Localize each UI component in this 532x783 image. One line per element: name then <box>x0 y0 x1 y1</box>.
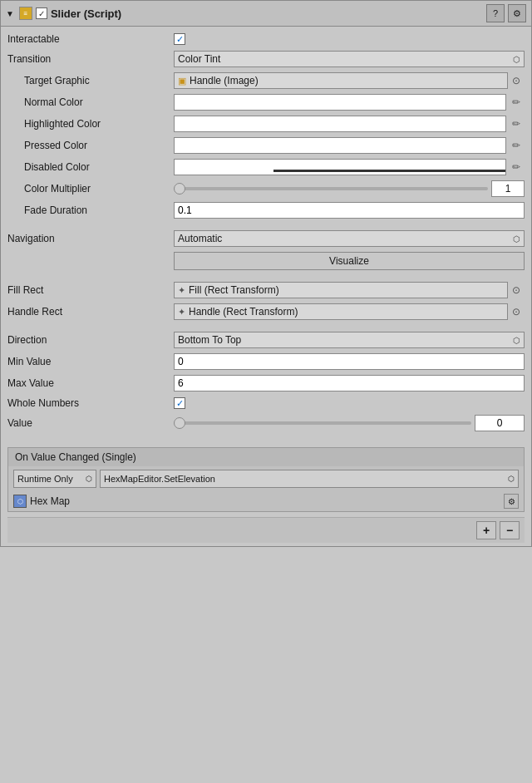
whole-numbers-checkbox[interactable]: ✓ <box>174 397 185 409</box>
transition-value: Color Tint ⬡ <box>174 51 525 67</box>
pressed-color-pencil[interactable]: ✏ <box>508 137 525 154</box>
fade-duration-label: Fade Duration <box>7 204 174 216</box>
navigation-dropdown-arrow: ⬡ <box>513 234 520 244</box>
visualize-button[interactable]: Visualize <box>174 252 525 270</box>
disabled-color-label: Disabled Color <box>7 161 174 173</box>
disabled-color-pencil[interactable]: ✏ <box>508 159 525 175</box>
panel-title: Slider (Script) <box>51 7 483 20</box>
pressed-color-row: Pressed Color ✏ <box>7 135 525 156</box>
fill-rect-dropdown[interactable]: ✦ Fill (Rect Transform) <box>174 282 508 298</box>
section-gap <box>7 434 525 442</box>
help-button[interactable]: ? <box>486 4 505 22</box>
handle-rect-row: Handle Rect ✦ Handle (Rect Transform) ⊙ <box>7 301 525 323</box>
max-value-row: Max Value <box>7 372 525 394</box>
handle-rect-dropdown[interactable]: ✦ Handle (Rect Transform) <box>174 303 508 320</box>
hex-map-icon: ⬡ <box>13 495 27 508</box>
hex-map-row: ⬡ Hex Map ⚙ <box>8 491 524 511</box>
fade-duration-row: Fade Duration <box>7 199 525 221</box>
collapse-arrow[interactable]: ▼ <box>6 9 14 18</box>
transition-dropdown-arrow: ⬡ <box>513 55 520 64</box>
direction-dropdown-arrow: ⬡ <box>513 336 520 345</box>
bottom-bar: + − <box>7 517 525 543</box>
events-header: On Value Changed (Single) <box>8 448 524 466</box>
disabled-color-swatch[interactable] <box>174 159 506 175</box>
handle-rect-gear[interactable]: ⊙ <box>508 303 525 320</box>
interactable-checkbox[interactable]: ✓ <box>174 33 185 45</box>
hex-map-gear[interactable]: ⚙ <box>504 494 519 509</box>
target-graphic-icon: ▣ <box>178 76 186 86</box>
handle-rect-label: Handle Rect <box>7 306 174 318</box>
target-graphic-gear[interactable]: ⊙ <box>508 72 525 89</box>
function-dropdown[interactable]: HexMapEditor.SetElevation ⬡ <box>100 470 519 488</box>
direction-row: Direction Bottom To Top ⬡ <box>7 329 525 351</box>
handle-rect-value: ✦ Handle (Rect Transform) ⊙ <box>174 303 525 320</box>
panel-header-icons: ? ⚙ <box>486 4 526 22</box>
color-multiplier-input[interactable]: 1 <box>491 180 525 197</box>
navigation-dropdown[interactable]: Automatic ⬡ <box>174 230 525 247</box>
color-multiplier-value: 1 <box>174 180 525 197</box>
slider-script-panel: ▼ ≡ ✓ Slider (Script) ? ⚙ Interactable ✓… <box>0 0 532 547</box>
color-multiplier-thumb[interactable] <box>174 183 185 195</box>
min-value-label: Min Value <box>7 356 174 367</box>
normal-color-pencil[interactable]: ✏ <box>508 94 525 111</box>
highlighted-color-swatch[interactable] <box>174 116 506 132</box>
events-section: On Value Changed (Single) Runtime Only ⬡… <box>7 447 525 512</box>
direction-dropdown[interactable]: Bottom To Top ⬡ <box>174 332 525 348</box>
transition-label: Transition <box>7 53 174 65</box>
remove-button[interactable]: − <box>500 521 520 539</box>
value-track[interactable] <box>174 421 471 425</box>
value-input[interactable] <box>475 415 525 431</box>
min-value-row: Min Value <box>7 351 525 372</box>
hex-map-label: Hex Map <box>30 495 500 507</box>
color-multiplier-slider-container: 1 <box>174 180 525 197</box>
pressed-color-value: ✏ <box>174 137 525 154</box>
highlighted-color-pencil[interactable]: ✏ <box>508 116 525 132</box>
color-multiplier-row: Color Multiplier 1 <box>7 178 525 199</box>
interactable-value: ✓ <box>174 33 525 45</box>
direction-value: Bottom To Top ⬡ <box>174 332 525 348</box>
max-value-label: Max Value <box>7 377 174 389</box>
visualize-row: Visualize <box>7 249 525 273</box>
navigation-value: Automatic ⬡ <box>174 230 525 247</box>
max-value-input[interactable] <box>174 375 525 392</box>
whole-numbers-label: Whole Numbers <box>7 397 174 409</box>
max-value-value <box>174 375 525 392</box>
enabled-checkbox[interactable]: ✓ <box>36 7 47 19</box>
handle-rect-icon: ✦ <box>178 307 185 318</box>
min-value-input[interactable] <box>174 353 525 370</box>
panel-header: ▼ ≡ ✓ Slider (Script) ? ⚙ <box>1 1 531 27</box>
target-graphic-value: ▣ Handle (Image) ⊙ <box>174 72 525 89</box>
object-icon: ≡ <box>19 7 32 20</box>
pressed-color-label: Pressed Color <box>7 140 174 151</box>
add-button[interactable]: + <box>476 521 496 539</box>
value-thumb[interactable] <box>174 417 185 429</box>
target-graphic-row: Target Graphic ▣ Handle (Image) ⊙ <box>7 70 525 91</box>
fade-duration-input[interactable] <box>174 202 525 219</box>
normal-color-swatch[interactable] <box>174 94 506 111</box>
runtime-dropdown-arrow: ⬡ <box>86 475 92 483</box>
highlighted-color-value: ✏ <box>174 116 525 132</box>
separator3 <box>7 323 525 329</box>
target-graphic-dropdown[interactable]: ▣ Handle (Image) <box>174 72 508 89</box>
settings-button[interactable]: ⚙ <box>508 4 526 22</box>
fill-rect-gear[interactable]: ⊙ <box>508 282 525 298</box>
transition-dropdown[interactable]: Color Tint ⬡ <box>174 51 525 67</box>
interactable-label: Interactable <box>7 33 174 45</box>
value-label: Value <box>7 417 174 429</box>
pressed-color-swatch[interactable] <box>174 137 506 154</box>
visualize-value: Visualize <box>174 252 525 270</box>
direction-label: Direction <box>7 334 174 346</box>
fill-rect-value: ✦ Fill (Rect Transform) ⊙ <box>174 282 525 298</box>
navigation-row: Navigation Automatic ⬡ <box>7 228 525 249</box>
fill-rect-icon: ✦ <box>178 285 185 296</box>
normal-color-value: ✏ <box>174 94 525 111</box>
runtime-dropdown[interactable]: Runtime Only ⬡ <box>13 470 96 488</box>
disabled-color-value: ✏ <box>174 159 525 175</box>
value-slider-container <box>174 415 525 431</box>
whole-numbers-row: Whole Numbers ✓ <box>7 394 525 412</box>
fade-duration-value <box>174 202 525 219</box>
color-multiplier-track[interactable] <box>174 187 488 190</box>
fill-rect-row: Fill Rect ✦ Fill (Rect Transform) ⊙ <box>7 279 525 301</box>
value-row: Value <box>7 412 525 434</box>
normal-color-label: Normal Color <box>7 96 174 108</box>
